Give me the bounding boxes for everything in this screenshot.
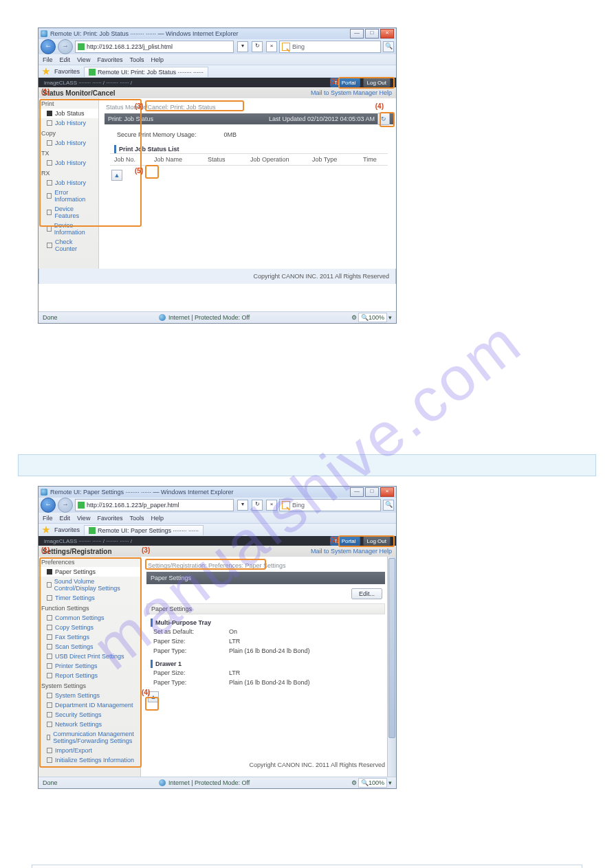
sidebar-item-paper-settings[interactable]: Paper Settings — [39, 567, 140, 577]
menu-favorites[interactable]: Favorites — [97, 56, 122, 63]
sidebar-item-error-info[interactable]: Error Information — [39, 188, 98, 204]
sidebar-item-comm-mgmt[interactable]: Communication Management Settings/Forwar… — [39, 729, 140, 746]
minimize-button[interactable]: — — [350, 487, 364, 497]
menu-edit[interactable]: Edit — [60, 56, 71, 63]
status-bar: Done Internet | Protected Mode: Off ⚙ 🔍 … — [39, 777, 396, 788]
sidebar-item-dept-id[interactable]: Department ID Management — [39, 700, 140, 710]
menu-file[interactable]: File — [43, 56, 53, 63]
scroll-top-button[interactable]: ▲ — [111, 170, 122, 181]
section-mp-tray: Multi-Purpose Tray — [151, 619, 385, 627]
browser-tab[interactable]: Remote UI: Paper Settings ········ ·····… — [84, 525, 204, 535]
sidebar-item-tx-job-history[interactable]: Job History — [39, 158, 98, 168]
close-button[interactable]: × — [380, 487, 394, 497]
url-field[interactable]: http://192.168.1.223/j_plist.html — [75, 41, 234, 53]
sidebar-item-fax-settings[interactable]: Fax Settings — [39, 632, 140, 642]
sidebar-item-initialize[interactable]: Initialize Settings Information — [39, 755, 140, 765]
bullet-icon — [47, 634, 52, 640]
sidebar-item-label: Device Information — [54, 222, 96, 236]
section-paper-settings: Paper Settings — [146, 603, 385, 614]
favorites-star-icon[interactable] — [42, 526, 50, 534]
sidebar-item-job-status[interactable]: Job Status — [39, 109, 98, 118]
edit-button[interactable]: Edit... — [351, 588, 382, 599]
dropdown-button[interactable]: ▾ — [237, 41, 248, 52]
bullet-icon — [47, 654, 52, 659]
tools-icon[interactable]: ⚙ — [351, 314, 357, 321]
bullet-icon — [47, 140, 52, 146]
menu-tools[interactable]: Tools — [129, 56, 144, 63]
menu-view[interactable]: View — [77, 515, 90, 522]
favorites-label[interactable]: Favorites — [54, 68, 80, 75]
sidebar-item-device-features[interactable]: Device Features — [39, 204, 98, 221]
sidebar-item-label: System Settings — [55, 692, 100, 699]
sidebar-item-check-counter[interactable]: Check Counter — [39, 237, 98, 254]
help-link[interactable]: Help — [379, 89, 392, 96]
browser-tab[interactable]: Remote UI: Print: Job Status ········ ··… — [84, 67, 208, 77]
back-button[interactable]: ← — [41, 498, 56, 513]
menu-edit[interactable]: Edit — [60, 515, 71, 522]
zoom-level[interactable]: 🔍 100% — [358, 778, 387, 788]
menu-help[interactable]: Help — [151, 56, 164, 63]
sidebar-item-scan-settings[interactable]: Scan Settings — [39, 642, 140, 652]
logout-button[interactable]: Log Out — [363, 78, 391, 87]
sidebar-item-import-export[interactable]: Import/Export — [39, 746, 140, 755]
search-field[interactable]: Bing — [279, 41, 381, 53]
sidebar-item-sound-display[interactable]: Sound Volume Control/Display Settings — [39, 577, 140, 593]
tools-icon[interactable]: ⚙ — [351, 779, 357, 786]
favorites-label[interactable]: Favorites — [54, 526, 80, 533]
sidebar-item-print-job-history[interactable]: Job History — [39, 118, 98, 128]
menu-view[interactable]: View — [77, 56, 90, 63]
close-button[interactable]: × — [380, 29, 394, 38]
menu-favorites[interactable]: Favorites — [97, 515, 122, 522]
mp-size-label: Paper Size: — [153, 638, 229, 645]
sidebar-item-label: Scan Settings — [55, 643, 94, 650]
menu-tools[interactable]: Tools — [129, 515, 144, 522]
sidebar-item-rx-job-history[interactable]: Job History — [39, 178, 98, 188]
browser-window-1: Remote UI: Print: Job Status ········ ··… — [38, 27, 397, 324]
panel-titlebar: Print: Job Status Last Updated 02/10/201… — [105, 113, 393, 124]
sidebar-item-label: Copy Settings — [55, 624, 94, 631]
sidebar-item-report-settings[interactable]: Report Settings — [39, 671, 140, 680]
url-field[interactable]: http://192.168.1.223/p_paper.html — [75, 499, 234, 511]
maximize-button[interactable]: □ — [365, 29, 379, 38]
sidebar-item-copy-job-history[interactable]: Job History — [39, 138, 98, 148]
sidebar-item-label: Printer Settings — [55, 663, 98, 669]
sidebar-item-usb-print[interactable]: USB Direct Print Settings — [39, 652, 140, 661]
sidebar-item-network[interactable]: Network Settings — [39, 720, 140, 729]
scrollbar[interactable] — [387, 557, 396, 777]
sidebar-item-device-info[interactable]: Device Information — [39, 221, 98, 237]
stop-button[interactable]: × — [266, 500, 277, 511]
search-button[interactable]: 🔍 — [383, 41, 394, 52]
sidebar-item-label: Error Information — [54, 189, 96, 203]
minimize-button[interactable]: — — [350, 29, 364, 38]
bing-icon — [282, 501, 290, 509]
back-button[interactable]: ← — [41, 39, 56, 54]
scroll-thumb[interactable] — [388, 558, 395, 738]
refresh-button[interactable]: ↻ — [252, 500, 263, 511]
mail-sysmgr-link[interactable]: Mail to System Manager — [311, 89, 377, 96]
maximize-button[interactable]: □ — [365, 487, 379, 497]
menu-file[interactable]: File — [43, 515, 53, 522]
menu-help[interactable]: Help — [151, 515, 164, 522]
sidebar-item-copy-settings[interactable]: Copy Settings — [39, 623, 140, 632]
url-text: http://192.168.1.223/p_paper.html — [87, 502, 179, 509]
favorites-star-icon[interactable] — [42, 67, 50, 76]
dropdown-button[interactable]: ▾ — [237, 500, 248, 511]
mail-sysmgr-link[interactable]: Mail to System Manager — [311, 548, 377, 555]
sidebar-item-security[interactable]: Security Settings — [39, 710, 140, 720]
zoom-level[interactable]: 🔍 100% — [358, 313, 387, 322]
search-button[interactable]: 🔍 — [383, 500, 394, 511]
sidebar-item-timer[interactable]: Timer Settings — [39, 593, 140, 603]
table-header: Job No. Job Name Status Job Operation Jo… — [110, 153, 388, 166]
refresh-icon[interactable]: ↻ — [377, 113, 390, 125]
search-field[interactable]: Bing — [279, 499, 381, 511]
logout-button[interactable]: Log Out — [363, 536, 391, 546]
refresh-button[interactable]: ↻ — [252, 41, 263, 52]
sidebar-item-printer-settings[interactable]: Printer Settings — [39, 661, 140, 671]
forward-button[interactable]: → — [58, 498, 73, 513]
help-link[interactable]: Help — [379, 548, 392, 555]
sidebar-item-system-settings[interactable]: System Settings — [39, 691, 140, 700]
stop-button[interactable]: × — [266, 41, 277, 52]
sidebar-item-common[interactable]: Common Settings — [39, 613, 140, 623]
forward-button[interactable]: → — [58, 39, 73, 54]
bullet-icon — [47, 722, 52, 727]
